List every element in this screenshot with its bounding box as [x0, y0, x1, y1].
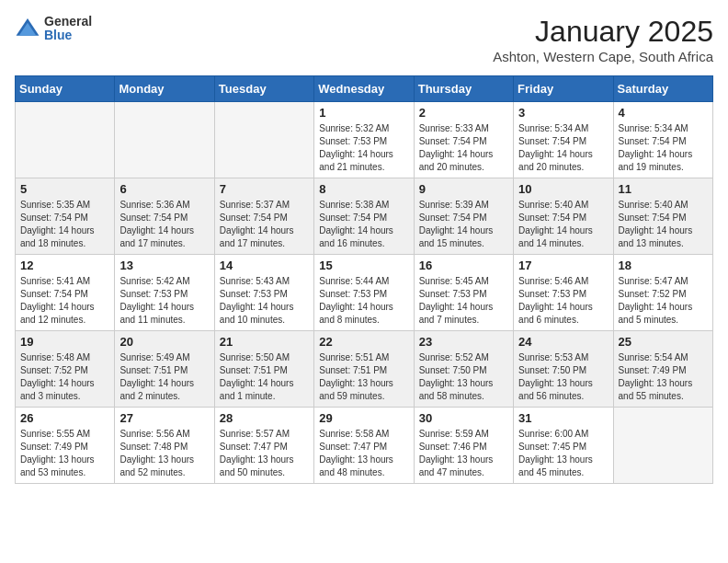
day-info: Sunrise: 5:38 AMSunset: 7:54 PMDaylight:…: [319, 199, 408, 250]
calendar-cell: 29Sunrise: 5:58 AMSunset: 7:47 PMDayligh…: [314, 408, 414, 484]
calendar-cell: 4Sunrise: 5:34 AMSunset: 7:54 PMDaylight…: [613, 102, 712, 178]
page-header: General Blue January 2025 Ashton, Wester…: [15, 15, 713, 64]
day-info: Sunrise: 6:00 AMSunset: 7:45 PMDaylight:…: [518, 428, 608, 479]
day-info: Sunrise: 5:50 AMSunset: 7:51 PMDaylight:…: [220, 351, 309, 403]
day-number: 24: [518, 335, 608, 349]
day-info: Sunrise: 5:42 AMSunset: 7:53 PMDaylight:…: [119, 275, 209, 327]
day-info: Sunrise: 5:49 AMSunset: 7:51 PMDaylight:…: [119, 351, 209, 403]
day-number: 25: [619, 335, 708, 349]
logo: General Blue: [15, 15, 92, 43]
day-info: Sunrise: 5:34 AMSunset: 7:54 PMDaylight:…: [518, 122, 608, 174]
weekday-header-wednesday: Wednesday: [314, 76, 414, 102]
calendar-cell: [16, 102, 115, 178]
day-info: Sunrise: 5:47 AMSunset: 7:52 PMDaylight:…: [619, 275, 708, 327]
day-number: 14: [220, 259, 309, 272]
day-number: 6: [119, 182, 209, 196]
calendar-cell: 20Sunrise: 5:49 AMSunset: 7:51 PMDayligh…: [115, 331, 214, 408]
day-number: 18: [619, 259, 708, 272]
day-number: 15: [319, 259, 408, 272]
day-number: 9: [419, 182, 508, 196]
day-number: 7: [220, 182, 309, 196]
logo-text: General Blue: [44, 15, 92, 43]
day-info: Sunrise: 5:39 AMSunset: 7:54 PMDaylight:…: [419, 199, 508, 250]
calendar-cell: 22Sunrise: 5:51 AMSunset: 7:51 PMDayligh…: [314, 331, 414, 408]
logo-icon: [15, 16, 40, 41]
day-number: 17: [518, 259, 608, 272]
day-number: 3: [518, 106, 608, 120]
calendar-cell: 27Sunrise: 5:56 AMSunset: 7:48 PMDayligh…: [115, 408, 214, 484]
day-number: 23: [419, 335, 508, 349]
day-number: 11: [619, 182, 708, 196]
day-info: Sunrise: 5:40 AMSunset: 7:54 PMDaylight:…: [518, 199, 608, 250]
day-number: 19: [20, 335, 109, 349]
calendar-cell: 16Sunrise: 5:45 AMSunset: 7:53 PMDayligh…: [414, 255, 513, 331]
calendar-cell: 18Sunrise: 5:47 AMSunset: 7:52 PMDayligh…: [613, 255, 712, 331]
day-number: 16: [419, 259, 508, 272]
day-number: 12: [20, 259, 109, 272]
day-info: Sunrise: 5:53 AMSunset: 7:50 PMDaylight:…: [518, 351, 608, 403]
calendar-cell: [613, 408, 712, 484]
day-info: Sunrise: 5:36 AMSunset: 7:54 PMDaylight:…: [119, 199, 209, 250]
calendar-cell: 1Sunrise: 5:32 AMSunset: 7:53 PMDaylight…: [314, 102, 414, 178]
weekday-header-friday: Friday: [514, 76, 613, 102]
calendar-cell: 11Sunrise: 5:40 AMSunset: 7:54 PMDayligh…: [613, 178, 712, 255]
day-number: 31: [518, 411, 608, 425]
day-info: Sunrise: 5:37 AMSunset: 7:54 PMDaylight:…: [220, 199, 309, 250]
calendar-cell: 9Sunrise: 5:39 AMSunset: 7:54 PMDaylight…: [414, 178, 513, 255]
day-info: Sunrise: 5:48 AMSunset: 7:52 PMDaylight:…: [20, 351, 109, 403]
day-number: 4: [619, 106, 708, 120]
calendar-cell: 14Sunrise: 5:43 AMSunset: 7:53 PMDayligh…: [214, 255, 313, 331]
weekday-header-tuesday: Tuesday: [214, 76, 313, 102]
calendar-cell: 6Sunrise: 5:36 AMSunset: 7:54 PMDaylight…: [115, 178, 214, 255]
calendar-table: SundayMondayTuesdayWednesdayThursdayFrid…: [15, 75, 713, 484]
day-number: 20: [119, 335, 209, 349]
day-number: 13: [119, 259, 209, 272]
day-info: Sunrise: 5:35 AMSunset: 7:54 PMDaylight:…: [20, 199, 109, 250]
calendar-cell: 21Sunrise: 5:50 AMSunset: 7:51 PMDayligh…: [214, 331, 313, 408]
weekday-header-sunday: Sunday: [16, 76, 115, 102]
calendar-cell: 10Sunrise: 5:40 AMSunset: 7:54 PMDayligh…: [514, 178, 613, 255]
calendar-cell: 8Sunrise: 5:38 AMSunset: 7:54 PMDaylight…: [314, 178, 414, 255]
day-info: Sunrise: 5:33 AMSunset: 7:54 PMDaylight:…: [419, 122, 508, 174]
day-info: Sunrise: 5:58 AMSunset: 7:47 PMDaylight:…: [319, 428, 408, 479]
calendar-cell: 13Sunrise: 5:42 AMSunset: 7:53 PMDayligh…: [115, 255, 214, 331]
calendar-cell: 31Sunrise: 6:00 AMSunset: 7:45 PMDayligh…: [514, 408, 613, 484]
weekday-header-row: SundayMondayTuesdayWednesdayThursdayFrid…: [16, 76, 713, 102]
calendar-cell: 24Sunrise: 5:53 AMSunset: 7:50 PMDayligh…: [514, 331, 613, 408]
calendar-cell: 2Sunrise: 5:33 AMSunset: 7:54 PMDaylight…: [414, 102, 513, 178]
calendar-cell: 30Sunrise: 5:59 AMSunset: 7:46 PMDayligh…: [414, 408, 513, 484]
day-info: Sunrise: 5:46 AMSunset: 7:53 PMDaylight:…: [518, 275, 608, 327]
title-block: January 2025 Ashton, Western Cape, South…: [493, 15, 713, 64]
day-number: 10: [518, 182, 608, 196]
day-info: Sunrise: 5:34 AMSunset: 7:54 PMDaylight:…: [619, 122, 708, 174]
location: Ashton, Western Cape, South Africa: [493, 49, 713, 64]
calendar-cell: [115, 102, 214, 178]
calendar-cell: 19Sunrise: 5:48 AMSunset: 7:52 PMDayligh…: [16, 331, 115, 408]
day-info: Sunrise: 5:59 AMSunset: 7:46 PMDaylight:…: [419, 428, 508, 479]
day-info: Sunrise: 5:32 AMSunset: 7:53 PMDaylight:…: [319, 122, 408, 174]
day-number: 2: [419, 106, 508, 120]
day-number: 27: [119, 411, 209, 425]
weekday-header-thursday: Thursday: [414, 76, 513, 102]
day-number: 29: [319, 411, 408, 425]
day-number: 5: [20, 182, 109, 196]
calendar-week-4: 19Sunrise: 5:48 AMSunset: 7:52 PMDayligh…: [16, 331, 713, 408]
day-info: Sunrise: 5:56 AMSunset: 7:48 PMDaylight:…: [119, 428, 209, 479]
day-info: Sunrise: 5:51 AMSunset: 7:51 PMDaylight:…: [319, 351, 408, 403]
calendar-cell: 28Sunrise: 5:57 AMSunset: 7:47 PMDayligh…: [214, 408, 313, 484]
day-number: 30: [419, 411, 508, 425]
calendar-cell: 12Sunrise: 5:41 AMSunset: 7:54 PMDayligh…: [16, 255, 115, 331]
calendar-week-2: 5Sunrise: 5:35 AMSunset: 7:54 PMDaylight…: [16, 178, 713, 255]
calendar-cell: 17Sunrise: 5:46 AMSunset: 7:53 PMDayligh…: [514, 255, 613, 331]
weekday-header-saturday: Saturday: [613, 76, 712, 102]
calendar-cell: 26Sunrise: 5:55 AMSunset: 7:49 PMDayligh…: [16, 408, 115, 484]
weekday-header-monday: Monday: [115, 76, 214, 102]
calendar-cell: 5Sunrise: 5:35 AMSunset: 7:54 PMDaylight…: [16, 178, 115, 255]
calendar-cell: 7Sunrise: 5:37 AMSunset: 7:54 PMDaylight…: [214, 178, 313, 255]
day-info: Sunrise: 5:54 AMSunset: 7:49 PMDaylight:…: [619, 351, 708, 403]
month-title: January 2025: [493, 15, 713, 49]
day-info: Sunrise: 5:45 AMSunset: 7:53 PMDaylight:…: [419, 275, 508, 327]
day-number: 22: [319, 335, 408, 349]
calendar-cell: 23Sunrise: 5:52 AMSunset: 7:50 PMDayligh…: [414, 331, 513, 408]
calendar-week-5: 26Sunrise: 5:55 AMSunset: 7:49 PMDayligh…: [16, 408, 713, 484]
